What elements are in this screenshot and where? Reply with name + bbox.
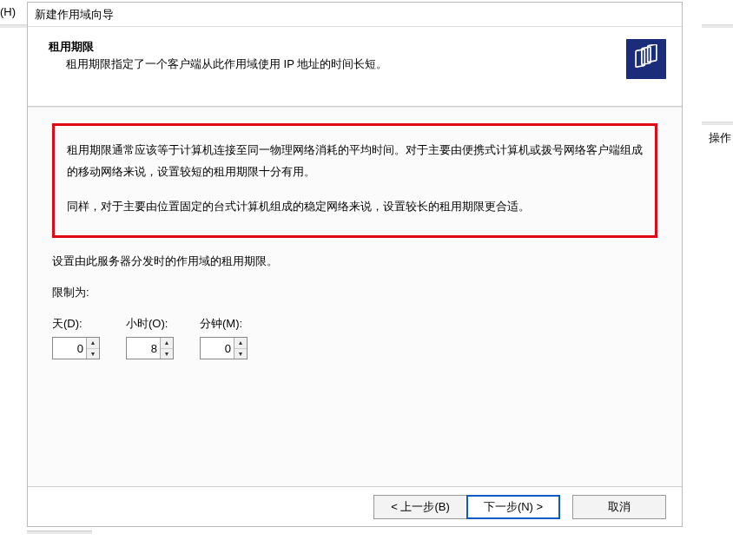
bg-decoration bbox=[702, 122, 733, 125]
bg-decoration bbox=[27, 530, 92, 534]
hours-input[interactable] bbox=[127, 338, 160, 359]
minutes-label: 分钟(M): bbox=[200, 316, 248, 332]
wizard-header: 租用期限 租用期限指定了一个客户端从此作用域使用 IP 地址的时间长短。 bbox=[28, 27, 682, 107]
minutes-up-button[interactable]: ▲ bbox=[234, 338, 247, 349]
minutes-spinner-group: 分钟(M): ▲ ▼ bbox=[200, 316, 248, 359]
days-down-button[interactable]: ▼ bbox=[87, 349, 99, 359]
days-up-button[interactable]: ▲ bbox=[87, 338, 99, 349]
lease-spinner-row: 天(D): ▲ ▼ 小时(O): ▲ bbox=[52, 316, 657, 359]
wizard-content: 租用期限通常应该等于计算机连接至同一物理网络消耗的平均时间。对于主要由便携式计算… bbox=[28, 107, 682, 489]
bg-decoration bbox=[702, 24, 733, 28]
actions-panel-label: 操作 bbox=[709, 130, 731, 146]
highlight-info-box: 租用期限通常应该等于计算机连接至同一物理网络消耗的平均时间。对于主要由便携式计算… bbox=[52, 123, 657, 238]
scope-icon bbox=[626, 39, 666, 79]
wizard-title: 新建作用域向导 bbox=[28, 3, 682, 27]
hours-up-button[interactable]: ▲ bbox=[161, 338, 173, 349]
days-spinner-group: 天(D): ▲ ▼ bbox=[52, 316, 100, 359]
limit-label: 限制为: bbox=[52, 285, 657, 300]
highlight-paragraph-2: 同样，对于主要由位置固定的台式计算机组成的稳定网络来说，设置较长的租用期限更合适… bbox=[67, 196, 643, 218]
cancel-button[interactable]: 取消 bbox=[572, 495, 666, 519]
minutes-spinner[interactable]: ▲ ▼ bbox=[200, 337, 248, 359]
info-line: 设置由此服务器分发时的作用域的租用期限。 bbox=[52, 254, 657, 269]
hours-spinner-group: 小时(O): ▲ ▼ bbox=[126, 316, 174, 359]
back-button[interactable]: < 上一步(B) bbox=[373, 495, 467, 519]
minutes-down-button[interactable]: ▼ bbox=[234, 349, 247, 359]
bg-decoration bbox=[0, 24, 27, 28]
header-desc: 租用期限指定了一个客户端从此作用域使用 IP 地址的时间长短。 bbox=[66, 56, 666, 72]
days-label: 天(D): bbox=[52, 316, 100, 332]
wizard-footer: < 上一步(B) 下一步(N) > 取消 bbox=[28, 486, 682, 526]
highlight-paragraph-1: 租用期限通常应该等于计算机连接至同一物理网络消耗的平均时间。对于主要由便携式计算… bbox=[67, 140, 643, 182]
hours-spinner[interactable]: ▲ ▼ bbox=[126, 337, 174, 359]
hours-down-button[interactable]: ▼ bbox=[161, 349, 173, 359]
wizard-dialog: 新建作用域向导 租用期限 租用期限指定了一个客户端从此作用域使用 IP 地址的时… bbox=[27, 2, 683, 527]
next-button[interactable]: 下一步(N) > bbox=[466, 495, 560, 519]
menu-help-label: (H) bbox=[0, 5, 16, 18]
days-spinner[interactable]: ▲ ▼ bbox=[52, 337, 100, 359]
days-input[interactable] bbox=[53, 338, 86, 359]
header-title: 租用期限 bbox=[49, 39, 666, 55]
hours-label: 小时(O): bbox=[126, 316, 174, 332]
minutes-input[interactable] bbox=[201, 338, 234, 359]
